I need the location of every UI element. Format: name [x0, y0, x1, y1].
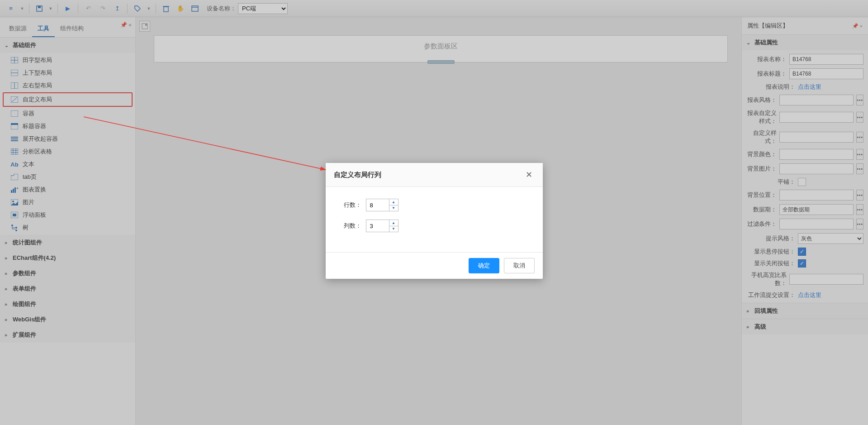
close-button[interactable]: ✕: [524, 169, 535, 180]
ok-button[interactable]: 确定: [469, 258, 499, 273]
cols-input[interactable]: [366, 220, 389, 232]
cols-down-button[interactable]: ▼: [389, 226, 398, 232]
cancel-button[interactable]: 取消: [504, 258, 535, 273]
cols-spinner: ▲▼: [366, 220, 398, 232]
custom-layout-dialog: 自定义布局行列 ✕ 行数： ▲▼ 列数： ▲▼ 确定 取消: [326, 163, 543, 279]
rows-label: 行数：: [344, 201, 361, 209]
rows-spinner: ▲▼: [366, 199, 398, 211]
rows-down-button[interactable]: ▼: [389, 205, 398, 211]
cols-label: 列数：: [344, 222, 361, 230]
rows-input[interactable]: [366, 199, 389, 211]
modal-overlay: 自定义布局行列 ✕ 行数： ▲▼ 列数： ▲▼ 确定 取消: [0, 0, 868, 425]
rows-up-button[interactable]: ▲: [389, 199, 398, 205]
modal-title: 自定义布局行列: [334, 171, 381, 179]
cols-up-button[interactable]: ▲: [389, 220, 398, 226]
